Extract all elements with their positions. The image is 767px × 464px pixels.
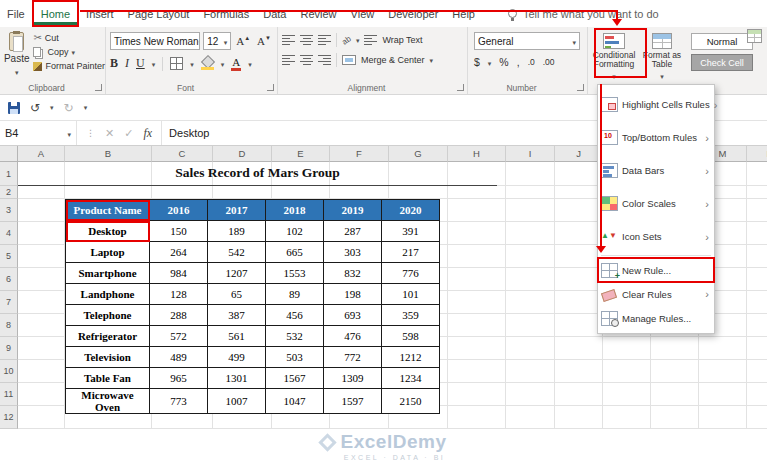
sales-cell[interactable]: 1047 <box>266 389 324 414</box>
grid-cell[interactable] <box>506 222 555 245</box>
grid-cell[interactable] <box>555 222 603 245</box>
grid-cell[interactable] <box>555 383 603 406</box>
formula-bar-handle-icon[interactable]: ⋮ <box>86 128 95 138</box>
row-header-10[interactable]: 10 <box>0 360 18 383</box>
grid-cell[interactable] <box>272 186 330 199</box>
sales-cell[interactable]: 542 <box>208 242 266 263</box>
grid-cell[interactable] <box>555 162 603 186</box>
sales-cell[interactable]: 128 <box>150 284 208 305</box>
grid-cell[interactable] <box>747 406 767 429</box>
row-header-4[interactable]: 4 <box>0 222 18 245</box>
grid-cell[interactable] <box>506 337 555 360</box>
sales-cell[interactable]: 1007 <box>208 389 266 414</box>
tab-view[interactable]: View <box>344 0 382 27</box>
grid-cell[interactable] <box>747 268 767 291</box>
grid-cell[interactable] <box>555 245 603 268</box>
grid-cell[interactable] <box>18 383 65 406</box>
grid-cell[interactable] <box>555 268 603 291</box>
menu-item-icon-sets[interactable]: Icon Sets <box>598 220 714 253</box>
sales-header-cell[interactable]: 2016 <box>150 200 208 221</box>
sales-header-cell[interactable]: 2020 <box>382 200 440 221</box>
grid-cell[interactable] <box>330 186 389 199</box>
merge-center-label[interactable]: Merge & Center <box>361 55 425 65</box>
tell-me-box[interactable]: Tell me what you want to do <box>508 8 659 20</box>
grid-cell[interactable] <box>555 360 603 383</box>
sales-cell[interactable]: Refrigerator <box>66 326 150 347</box>
tab-file[interactable]: File <box>0 0 32 27</box>
grid-cell[interactable] <box>603 406 651 429</box>
grid-cell[interactable] <box>555 291 603 314</box>
cell-style-check-cell[interactable]: Check Cell <box>691 54 753 71</box>
sales-cell[interactable]: 2150 <box>382 389 440 414</box>
sales-cell[interactable]: 499 <box>208 347 266 368</box>
increase-font-size-button[interactable]: A▲ <box>234 35 252 47</box>
sales-cell[interactable]: 776 <box>382 263 440 284</box>
menu-item-color-scales[interactable]: Color Scales <box>598 187 714 220</box>
sales-cell[interactable]: Microwave Oven <box>66 389 150 414</box>
row-header-3[interactable]: 3 <box>0 199 18 222</box>
sales-cell[interactable]: Table Fan <box>66 368 150 389</box>
tab-help[interactable]: Help <box>445 0 482 27</box>
grid-cell[interactable] <box>152 186 213 199</box>
grid-cell[interactable] <box>651 383 699 406</box>
row-header-11[interactable]: 11 <box>0 383 18 406</box>
grid-cell[interactable] <box>506 314 555 337</box>
merge-center-dropdown-icon[interactable] <box>430 55 434 65</box>
sales-header-cell[interactable]: Product Name <box>66 200 150 221</box>
grid-cell[interactable] <box>747 314 767 337</box>
grid-cell[interactable] <box>747 291 767 314</box>
decrease-decimal-button[interactable]: .00 <box>543 57 555 67</box>
sales-cell[interactable]: 89 <box>266 284 324 305</box>
sales-cell[interactable]: 832 <box>324 263 382 284</box>
grid-cell[interactable] <box>555 314 603 337</box>
column-header-D[interactable]: D <box>213 146 272 162</box>
align-left-icon[interactable] <box>282 55 295 65</box>
grid-cell[interactable] <box>506 245 555 268</box>
row-header-2[interactable]: 2 <box>0 186 18 199</box>
percent-style-button[interactable]: % <box>499 56 508 68</box>
grid-cell[interactable] <box>555 406 603 429</box>
grid-cell[interactable] <box>699 360 747 383</box>
align-top-icon[interactable] <box>282 35 295 45</box>
grid-cell[interactable] <box>448 291 506 314</box>
sales-header-cell[interactable]: 2018 <box>266 200 324 221</box>
grid-cell[interactable] <box>448 186 506 199</box>
select-all-corner[interactable] <box>0 146 18 162</box>
grid-cell[interactable] <box>699 406 747 429</box>
grid-cell[interactable] <box>747 383 767 406</box>
sales-cell[interactable]: 391 <box>382 221 440 242</box>
sales-cell[interactable]: 693 <box>324 305 382 326</box>
sales-cell[interactable]: 264 <box>150 242 208 263</box>
font-name-select[interactable]: Times New Roman <box>110 32 200 50</box>
grid-cell[interactable] <box>555 186 603 199</box>
grid-cell[interactable] <box>65 186 152 199</box>
grid-cell[interactable] <box>506 360 555 383</box>
menu-item-highlight-cells-rules[interactable]: Highlight Cells Rules <box>598 88 714 121</box>
grid-cell[interactable] <box>213 186 272 199</box>
font-color-dropdown-icon[interactable] <box>248 56 252 71</box>
number-dialog-launcher-icon[interactable] <box>577 84 584 91</box>
tab-data[interactable]: Data <box>256 0 293 27</box>
grid-cell[interactable] <box>448 268 506 291</box>
row-header-12[interactable]: 12 <box>0 406 18 429</box>
grid-cell[interactable] <box>747 186 767 199</box>
menu-item-data-bars[interactable]: Data Bars <box>598 154 714 187</box>
tab-insert[interactable]: Insert <box>79 0 121 27</box>
grid-cell[interactable] <box>747 360 767 383</box>
grid-cell[interactable] <box>18 291 65 314</box>
sales-cell[interactable]: 189 <box>208 221 266 242</box>
merge-center-icon[interactable] <box>342 55 356 65</box>
grid-cell[interactable] <box>448 314 506 337</box>
align-right-icon[interactable] <box>318 55 331 65</box>
row-header-7[interactable]: 7 <box>0 291 18 314</box>
sales-cell[interactable]: 532 <box>266 326 324 347</box>
tab-home[interactable]: Home <box>32 0 79 27</box>
sales-cell[interactable]: 665 <box>266 242 324 263</box>
grid-cell[interactable] <box>555 337 603 360</box>
grid-cell[interactable] <box>448 222 506 245</box>
font-dialog-launcher-icon[interactable] <box>267 84 274 91</box>
fill-color-dropdown-icon[interactable] <box>221 56 225 71</box>
column-header-F[interactable]: F <box>330 146 389 162</box>
orientation-button-icon[interactable]: ab <box>340 34 352 46</box>
grid-cell[interactable] <box>747 245 767 268</box>
